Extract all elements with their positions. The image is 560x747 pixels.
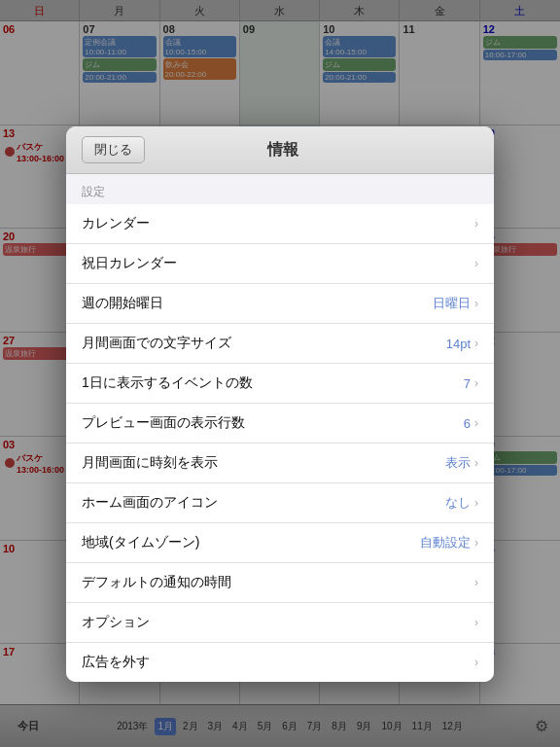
modal-item-weekstart[interactable]: 週の開始曜日 日曜日 › (66, 284, 494, 324)
modal-item-holiday[interactable]: 祝日カレンダー › (66, 244, 494, 284)
modal-overlay[interactable]: 閉じる 情報 設定 カレンダー › 祝日カレンダー › 週の開始曜日 日曜日 › (0, 0, 560, 747)
modal-close-button[interactable]: 閉じる (82, 136, 145, 163)
chevron-icon: › (474, 656, 478, 669)
modal-item-options[interactable]: オプション › (66, 603, 494, 643)
chevron-icon: › (474, 576, 478, 589)
modal-item-timezone[interactable]: 地域(タイムゾーン) 自動設定 › (66, 523, 494, 563)
chevron-icon: › (474, 496, 478, 510)
modal-section-label: 設定 (66, 174, 494, 204)
modal-item-removeads[interactable]: 広告を外す › (66, 643, 494, 682)
chevron-icon: › (474, 217, 478, 231)
modal-title: 情報 (267, 140, 298, 160)
modal-item-notification[interactable]: デフォルトの通知の時間 › (66, 563, 494, 603)
modal-item-eventcount[interactable]: 1日に表示するイベントの数 7 › (66, 364, 494, 404)
info-modal: 閉じる 情報 設定 カレンダー › 祝日カレンダー › 週の開始曜日 日曜日 › (66, 126, 494, 682)
chevron-icon: › (474, 337, 478, 350)
chevron-icon: › (474, 456, 478, 470)
modal-header: 閉じる 情報 (66, 126, 494, 174)
chevron-icon: › (474, 297, 478, 310)
chevron-icon: › (474, 536, 478, 550)
modal-item-fontsize[interactable]: 月間画面での文字サイズ 14pt › (66, 324, 494, 364)
chevron-icon: › (474, 416, 478, 430)
chevron-icon: › (474, 616, 478, 629)
modal-item-homeicon[interactable]: ホーム画面のアイコン なし › (66, 483, 494, 523)
modal-item-previewrows[interactable]: プレビュー画面の表示行数 6 › (66, 404, 494, 444)
chevron-icon: › (474, 257, 478, 270)
chevron-icon: › (474, 376, 478, 390)
modal-item-showtime[interactable]: 月間画面に時刻を表示 表示 › (66, 444, 494, 483)
modal-item-calendar[interactable]: カレンダー › (66, 204, 494, 244)
modal-settings-list: カレンダー › 祝日カレンダー › 週の開始曜日 日曜日 › 月間画面での文字サ… (66, 204, 494, 682)
